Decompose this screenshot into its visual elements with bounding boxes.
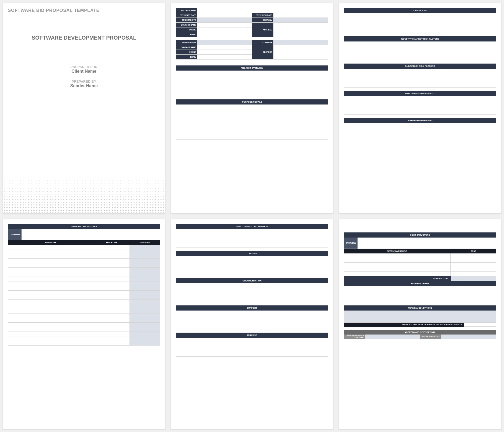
cell-milestone[interactable]: [8, 341, 93, 345]
cell-reporting[interactable]: [93, 304, 130, 309]
input-email[interactable]: [197, 32, 252, 37]
cell-deadline[interactable]: [130, 304, 160, 309]
cell-cost[interactable]: [450, 253, 496, 258]
cell-needs[interactable]: [344, 267, 451, 271]
cell-deadline[interactable]: [130, 245, 160, 249]
input-phone[interactable]: [197, 27, 252, 32]
cell-milestone[interactable]: [8, 336, 93, 341]
cell-needs[interactable]: [344, 258, 451, 262]
cell-reporting[interactable]: [93, 327, 130, 332]
input-submitted-to[interactable]: [197, 18, 252, 23]
input-project-name[interactable]: [197, 8, 328, 13]
cell-deadline[interactable]: [130, 267, 160, 272]
box-hardware[interactable]: [344, 96, 496, 115]
box-deployment[interactable]: [176, 229, 328, 248]
cell-deadline[interactable]: [130, 249, 160, 254]
input-address-2[interactable]: [273, 45, 328, 60]
cell-deadline[interactable]: [130, 277, 160, 281]
cell-milestone[interactable]: [8, 304, 93, 309]
cell-milestone[interactable]: [8, 263, 93, 267]
box-terms-conditions[interactable]: [344, 311, 496, 323]
cell-deadline[interactable]: [130, 341, 160, 345]
cell-cost[interactable]: [450, 271, 496, 276]
cell-reporting[interactable]: [93, 295, 130, 299]
cell-cost[interactable]: [450, 267, 496, 271]
cell-milestone[interactable]: [8, 295, 93, 299]
input-company-2[interactable]: [273, 40, 328, 45]
cell-milestone[interactable]: [8, 332, 93, 336]
cell-milestone[interactable]: [8, 290, 93, 295]
input-email-2[interactable]: [197, 55, 252, 60]
box-documentation[interactable]: [176, 283, 328, 302]
value-estimate-total[interactable]: [450, 276, 496, 281]
cell-deadline[interactable]: [130, 322, 160, 327]
cell-deadline[interactable]: [130, 272, 160, 277]
box-project-overview[interactable]: [176, 71, 328, 96]
cell-reporting[interactable]: [93, 322, 130, 327]
cell-deadline[interactable]: [130, 281, 160, 286]
cell-milestone[interactable]: [8, 309, 93, 313]
cell-deadline[interactable]: [130, 313, 160, 318]
cell-deadline[interactable]: [130, 290, 160, 295]
cell-reporting[interactable]: [93, 258, 130, 263]
cell-reporting[interactable]: [93, 254, 130, 258]
box-purpose[interactable]: [176, 104, 328, 140]
cell-reporting[interactable]: [93, 277, 130, 281]
cell-reporting[interactable]: [93, 281, 130, 286]
cell-reporting[interactable]: [93, 309, 130, 313]
cell-reporting[interactable]: [93, 267, 130, 272]
input-address[interactable]: [273, 23, 328, 37]
cell-reporting[interactable]: [93, 286, 130, 290]
cell-milestone[interactable]: [8, 272, 93, 277]
input-company[interactable]: [273, 18, 328, 23]
cell-deadline[interactable]: [130, 295, 160, 299]
cell-deadline[interactable]: [130, 258, 160, 263]
cell-milestone[interactable]: [8, 249, 93, 254]
cell-reporting[interactable]: [93, 290, 130, 295]
cell-milestone[interactable]: [8, 322, 93, 327]
box-payment-terms[interactable]: [344, 286, 496, 302]
cell-deadline[interactable]: [130, 327, 160, 332]
box-budget-risk[interactable]: [344, 69, 496, 88]
cost-overview-content[interactable]: [358, 238, 496, 249]
cell-milestone[interactable]: [8, 258, 93, 263]
cell-milestone[interactable]: [8, 281, 93, 286]
cell-milestone[interactable]: [8, 299, 93, 304]
cell-reporting[interactable]: [93, 263, 130, 267]
input-client-signature[interactable]: [365, 335, 420, 339]
input-submitted-by[interactable]: [197, 40, 252, 45]
cell-deadline[interactable]: [130, 286, 160, 290]
box-obstacles[interactable]: [344, 13, 496, 33]
box-industry-risk[interactable]: [344, 41, 496, 60]
cell-cost[interactable]: [450, 258, 496, 262]
cell-milestone[interactable]: [8, 286, 93, 290]
input-est-start[interactable]: [197, 13, 252, 18]
box-software[interactable]: [344, 123, 496, 142]
cell-needs[interactable]: [344, 253, 451, 258]
cell-milestone[interactable]: [8, 327, 93, 332]
cell-milestone[interactable]: [8, 313, 93, 318]
input-est-finish[interactable]: [273, 13, 328, 18]
cell-deadline[interactable]: [130, 254, 160, 258]
cell-deadline[interactable]: [130, 332, 160, 336]
cell-milestone[interactable]: [8, 245, 93, 249]
input-withdraw-date[interactable]: [464, 323, 496, 327]
cell-milestone[interactable]: [8, 254, 93, 258]
input-contact-name-2[interactable]: [197, 45, 252, 50]
cell-reporting[interactable]: [93, 318, 130, 322]
box-training[interactable]: [176, 338, 328, 357]
cell-deadline[interactable]: [130, 318, 160, 322]
cell-reporting[interactable]: [93, 341, 130, 345]
cell-milestone[interactable]: [8, 277, 93, 281]
cell-reporting[interactable]: [93, 336, 130, 341]
cell-deadline[interactable]: [130, 263, 160, 267]
cell-deadline[interactable]: [130, 309, 160, 313]
cell-cost[interactable]: [450, 262, 496, 267]
cell-reporting[interactable]: [93, 245, 130, 249]
cell-reporting[interactable]: [93, 249, 130, 254]
cell-reporting[interactable]: [93, 332, 130, 336]
cell-reporting[interactable]: [93, 313, 130, 318]
cell-reporting[interactable]: [93, 272, 130, 277]
cell-milestone[interactable]: [8, 318, 93, 322]
box-testing[interactable]: [176, 256, 328, 275]
